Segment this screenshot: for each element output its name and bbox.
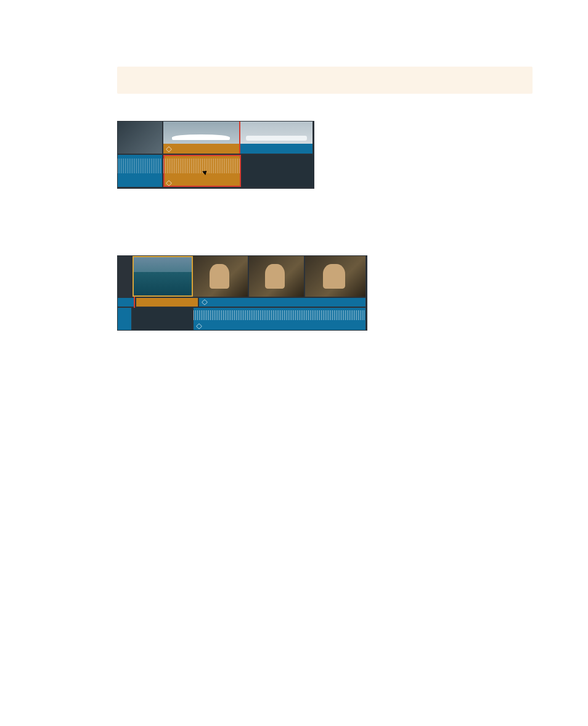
step-number bbox=[100, 243, 125, 248]
step-number bbox=[100, 208, 125, 213]
step-2 bbox=[117, 342, 533, 347]
link-icon bbox=[166, 180, 172, 186]
step-4-followup bbox=[117, 200, 533, 205]
step-4 bbox=[117, 109, 533, 113]
step-1 bbox=[117, 243, 533, 248]
tip-callout bbox=[117, 67, 533, 94]
step-6 bbox=[117, 217, 533, 222]
step-5 bbox=[117, 208, 533, 213]
step-number bbox=[100, 109, 125, 113]
step-number bbox=[100, 217, 125, 222]
figure-timeline-1 bbox=[117, 121, 533, 189]
link-icon bbox=[196, 323, 202, 329]
figure-timeline-2 bbox=[117, 255, 533, 331]
link-icon bbox=[166, 146, 172, 152]
step-number bbox=[100, 342, 125, 347]
link-icon bbox=[202, 299, 208, 305]
